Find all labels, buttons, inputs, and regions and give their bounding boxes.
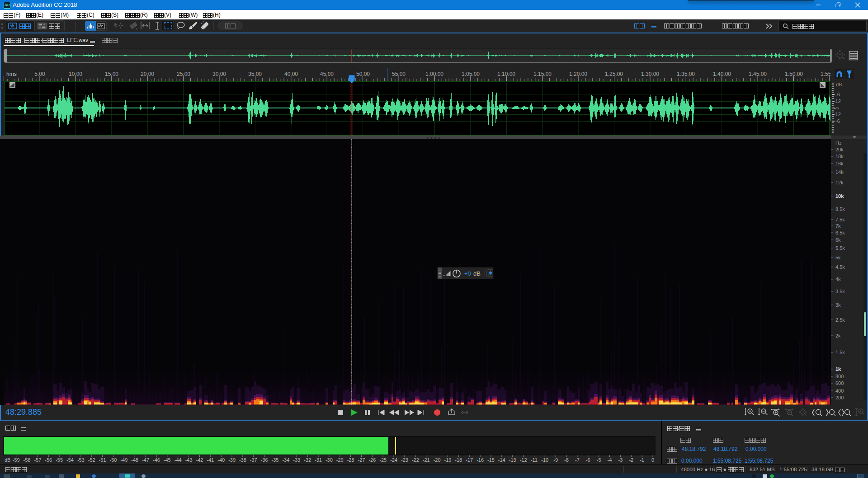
svg-text:-47: -47 (142, 457, 149, 463)
svg-text:1.5k: 1.5k (835, 350, 845, 355)
svg-text:16k: 16k (835, 161, 844, 166)
svg-text:-36: -36 (261, 457, 268, 463)
svg-text:6k: 6k (835, 237, 841, 243)
svg-text:-5: -5 (597, 457, 601, 463)
svg-text:-57: -57 (34, 457, 41, 463)
svg-text:3k: 3k (835, 302, 841, 308)
svg-text:-37: -37 (250, 457, 257, 463)
svg-text:-58: -58 (24, 457, 31, 463)
svg-text:-21: -21 (423, 457, 430, 463)
svg-text:-12: -12 (520, 457, 527, 463)
svg-text:55:00: 55:00 (392, 71, 406, 77)
svg-text:-29: -29 (336, 457, 344, 463)
svg-text:1:15:00: 1:15:00 (533, 71, 552, 77)
svg-text:1:05:00: 1:05:00 (462, 71, 480, 77)
svg-text:-55: -55 (56, 457, 63, 463)
svg-text:-26: -26 (368, 457, 376, 463)
svg-text:-30: -30 (326, 457, 333, 463)
svg-text:dB: dB (836, 82, 842, 87)
svg-text:1:35:00: 1:35:00 (677, 71, 695, 77)
svg-text:-3: -3 (618, 457, 623, 463)
svg-text:-10: -10 (541, 457, 548, 463)
svg-text:-52: -52 (88, 457, 95, 463)
svg-text:4k: 4k (835, 276, 841, 282)
svg-text:45:00: 45:00 (320, 71, 334, 77)
svg-text:5k: 5k (835, 255, 841, 260)
svg-text:14k: 14k (835, 169, 844, 175)
svg-text:-34: -34 (282, 457, 289, 463)
svg-text:0: 0 (651, 457, 654, 463)
svg-text:2k: 2k (835, 333, 841, 338)
svg-text:-6: -6 (835, 92, 840, 97)
svg-text:Hz: Hz (835, 140, 841, 145)
svg-text:-13: -13 (509, 457, 516, 463)
svg-text:-40: -40 (217, 457, 225, 463)
svg-text:10:00: 10:00 (69, 71, 82, 77)
svg-text:800: 800 (835, 374, 844, 379)
svg-text:7k: 7k (835, 223, 841, 229)
svg-text:-38: -38 (239, 457, 246, 463)
svg-text:-46: -46 (153, 457, 160, 463)
svg-text:-1: -1 (640, 457, 644, 463)
svg-text:-7: -7 (575, 457, 580, 463)
svg-text:-39: -39 (228, 457, 236, 463)
svg-text:15:00: 15:00 (105, 71, 118, 77)
svg-text:-6: -6 (586, 457, 590, 463)
svg-text:25:00: 25:00 (177, 71, 190, 77)
svg-text:3.5k: 3.5k (835, 289, 845, 294)
svg-text:8.5k: 8.5k (835, 206, 845, 212)
svg-text:-51: -51 (99, 457, 106, 463)
svg-text:-16: -16 (476, 457, 484, 463)
svg-text:-22: -22 (412, 457, 419, 463)
svg-text:1:10:00: 1:10:00 (497, 71, 515, 77)
svg-text:-18: -18 (455, 457, 462, 463)
svg-text:-25: -25 (379, 457, 387, 463)
svg-text:6.5k: 6.5k (835, 230, 845, 235)
svg-text:1k: 1k (835, 366, 841, 372)
svg-text:10k: 10k (835, 193, 844, 199)
svg-text:4.5k: 4.5k (835, 264, 845, 270)
svg-text:20k: 20k (835, 147, 844, 152)
svg-text:18k: 18k (835, 154, 844, 159)
svg-text:-53: -53 (77, 457, 85, 463)
svg-text:1:55:00: 1:55:00 (821, 71, 830, 77)
svg-text:-45: -45 (164, 457, 171, 463)
svg-text:1:30:00: 1:30:00 (641, 71, 659, 77)
svg-text:1:50:00: 1:50:00 (785, 71, 803, 77)
svg-text:-11: -11 (531, 457, 538, 463)
svg-text:-42: -42 (196, 457, 203, 463)
svg-text:dB: dB (5, 457, 10, 463)
svg-text:-49: -49 (120, 457, 127, 463)
svg-text:-32: -32 (304, 457, 311, 463)
svg-text:-31: -31 (315, 457, 322, 463)
svg-text:2.5k: 2.5k (835, 317, 845, 323)
svg-text:1:00:00: 1:00:00 (425, 71, 443, 77)
svg-text:5:00: 5:00 (34, 71, 45, 77)
svg-text:-15: -15 (487, 457, 495, 463)
svg-text:20:00: 20:00 (141, 71, 154, 77)
svg-text:-59: -59 (13, 457, 20, 463)
svg-text:-20: -20 (434, 457, 441, 463)
svg-text:35:00: 35:00 (248, 71, 262, 77)
svg-text:-24: -24 (390, 457, 397, 463)
svg-text:50:00: 50:00 (356, 71, 370, 77)
svg-text:600: 600 (835, 380, 844, 386)
svg-text:-27: -27 (358, 457, 365, 463)
svg-text:-56: -56 (45, 457, 52, 463)
svg-text:200: 200 (835, 395, 844, 400)
svg-text:-12: -12 (834, 98, 841, 104)
svg-text:-6: -6 (835, 118, 840, 124)
svg-text:-33: -33 (293, 457, 300, 463)
svg-text:40:00: 40:00 (284, 71, 298, 77)
svg-text:400: 400 (835, 388, 844, 394)
svg-text:-41: -41 (207, 457, 214, 463)
svg-text:1:45:00: 1:45:00 (749, 71, 767, 77)
svg-text:-2: -2 (629, 457, 633, 463)
svg-text:-50: -50 (110, 457, 117, 463)
svg-text:1:25:00: 1:25:00 (605, 71, 623, 77)
svg-text:-9: -9 (553, 457, 558, 463)
svg-text:-4: -4 (608, 457, 612, 463)
svg-text:7.5k: 7.5k (835, 217, 845, 222)
svg-text:1:40:00: 1:40:00 (713, 71, 731, 77)
svg-text:-17: -17 (466, 457, 473, 463)
